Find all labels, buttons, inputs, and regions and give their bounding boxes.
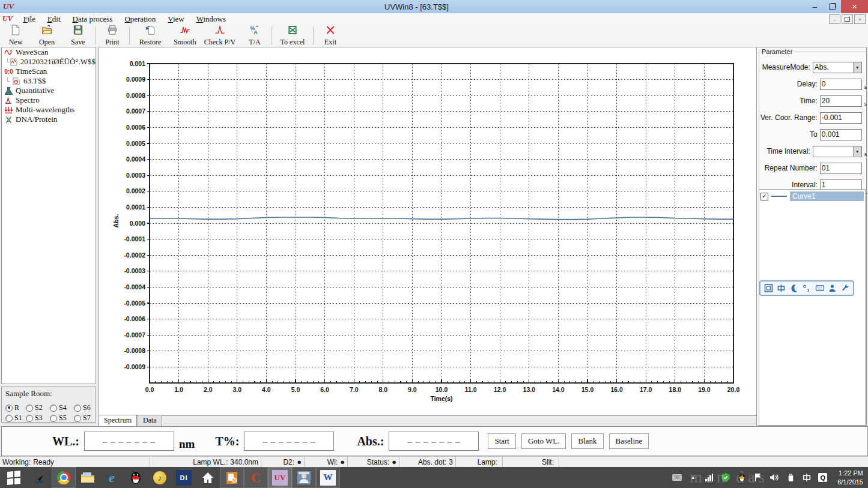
toolbar-exit-button[interactable]: Exit xyxy=(315,25,346,47)
tick-label: 0.0009 xyxy=(126,76,145,83)
tick-label: -0.0007 xyxy=(124,331,145,339)
toolbar-smooth-button[interactable]: Smooth xyxy=(169,25,201,47)
toolbar-label: To excel xyxy=(281,38,305,47)
toolbar-restore-button[interactable]: Restore xyxy=(131,25,169,47)
taskbar-uvwin-icon[interactable]: UV xyxy=(268,467,292,488)
tray-flag-icon[interactable] xyxy=(753,472,763,483)
tray-network-icon[interactable] xyxy=(704,472,714,483)
field-time-input[interactable]: 20 xyxy=(820,95,862,107)
menu-windows[interactable]: Windows xyxy=(190,14,232,25)
sample-room-radio-r[interactable]: R xyxy=(5,403,26,412)
mdi-restore-button[interactable] xyxy=(842,14,853,24)
tray-keyboard-icon[interactable] xyxy=(672,472,682,483)
tree-item-multi-wavelengths[interactable]: Multi-wavelengths xyxy=(2,105,96,115)
menu-view[interactable]: View xyxy=(162,14,190,25)
toolbar-t-a-button[interactable]: %AT/A xyxy=(239,25,270,47)
taskbar-launcher-icon[interactable] xyxy=(28,467,52,488)
field-delay-input[interactable]: 0 xyxy=(820,79,862,90)
taskbar-music-icon[interactable]: ♪ xyxy=(148,467,172,488)
taskbar-word-icon[interactable]: W xyxy=(316,467,340,488)
readout-bar: WL.: – – – – – – – nm T%: – – – – – – – … xyxy=(1,426,868,456)
zhong-icon[interactable] xyxy=(776,283,786,293)
goto-wl-button[interactable]: Goto WL. xyxy=(521,433,566,449)
sample-room-radio-s7[interactable]: S7 xyxy=(74,414,98,423)
moon-icon[interactable] xyxy=(789,283,799,293)
wrench-icon[interactable] xyxy=(840,283,850,293)
toolbar-open-button[interactable]: Open xyxy=(31,25,62,47)
chevron-down-icon[interactable]: ▼ xyxy=(853,62,861,73)
t-percent-value: – – – – – – – xyxy=(244,432,334,451)
toolbar-print-button[interactable]: Print xyxy=(97,25,128,47)
uvwin8-window: UV UVWin8 - [63.T$$] – × UV FileEditData… xyxy=(0,0,868,488)
curve-checkbox[interactable]: ✓ xyxy=(760,193,768,200)
field-measuremode-select[interactable]: Abs.▼ xyxy=(813,62,862,73)
toolbar-to-excel-button[interactable]: To excel xyxy=(273,25,312,47)
field-label: Repeat Number: xyxy=(765,164,818,172)
punct-icon[interactable] xyxy=(801,283,812,293)
tree-item-timescan[interactable]: 0:0TimeScan xyxy=(2,67,96,76)
user-icon[interactable] xyxy=(827,283,837,293)
sample-room-title: Sample Room: xyxy=(2,387,96,399)
tree-item-dna-protein[interactable]: DNA/Protein xyxy=(2,115,96,124)
sample-room-radio-s4[interactable]: S4 xyxy=(50,403,74,412)
sample-room-radio-s3[interactable]: S3 xyxy=(26,414,50,423)
menu-operation[interactable]: Operation xyxy=(118,14,162,25)
tree-item-wavescan[interactable]: WaveScan xyxy=(2,47,96,57)
print-icon xyxy=(106,25,118,38)
taskbar-chrome-icon[interactable] xyxy=(52,467,76,488)
tree-item-63-t[interactable]: └63.T$$ xyxy=(2,76,96,86)
field-time-interval-select[interactable]: ▼ xyxy=(813,146,862,157)
taskbar-dolby-icon[interactable]: DI xyxy=(172,467,196,488)
curve-row-curve1[interactable]: ✓Curve1 xyxy=(759,190,865,203)
field-repeat-number-input[interactable]: 01 xyxy=(820,163,862,174)
menu-file[interactable]: File xyxy=(17,14,41,25)
taskbar-browser-c-icon[interactable]: C xyxy=(244,467,268,488)
blank-button[interactable]: Blank xyxy=(571,433,603,449)
tray-shield-icon[interactable] xyxy=(720,472,730,483)
restore-button[interactable] xyxy=(824,0,841,13)
tray-zhong-icon[interactable] xyxy=(801,472,812,483)
taskbar-home-icon[interactable] xyxy=(196,467,220,488)
sample-room-radio-s6[interactable]: S6 xyxy=(74,403,98,412)
tree-item-spectro[interactable]: Spectro xyxy=(2,95,96,105)
toolbar-separator xyxy=(129,26,130,45)
tray-qq-tray-icon[interactable] xyxy=(736,472,747,483)
toolbar-save-button[interactable]: Save xyxy=(62,25,94,47)
field-ver-coor-range-input[interactable]: -0.001 xyxy=(820,112,862,124)
mdi-close-button[interactable]: × xyxy=(854,14,866,24)
tree-item-20120321-w[interactable]: └20120321ïØÈÜÒ°.W$$ xyxy=(2,57,96,67)
start-button[interactable]: Start xyxy=(488,433,516,449)
tray-power-icon[interactable] xyxy=(785,472,795,483)
mdi-minimize-button[interactable]: – xyxy=(829,14,840,24)
chevron-down-icon[interactable]: ▼ xyxy=(853,146,861,157)
sample-room-radio-s2[interactable]: S2 xyxy=(26,403,50,412)
tree-item-quantitative[interactable]: Quantitative xyxy=(2,86,96,95)
ime-logo-icon[interactable] xyxy=(763,283,774,293)
tray-q-badge-icon[interactable]: Q xyxy=(818,472,828,483)
taskbar-explorer-icon[interactable] xyxy=(76,467,100,488)
toolbar-new-button[interactable]: New xyxy=(0,25,31,47)
taskbar-start-icon[interactable] xyxy=(0,467,28,488)
sample-room-radio-s1[interactable]: S1 xyxy=(5,414,26,423)
menu-edit[interactable]: Edit xyxy=(41,14,67,25)
minimize-button[interactable]: – xyxy=(806,0,824,13)
toolbar-check-p-v-button[interactable]: Check P/V xyxy=(201,25,239,47)
close-button[interactable]: × xyxy=(841,0,868,13)
menu-data-process[interactable]: Data process xyxy=(67,14,119,25)
field-to-input[interactable]: 0.001 xyxy=(820,129,862,140)
taskbar-ie-icon[interactable]: e xyxy=(100,467,124,488)
taskbar-clock[interactable]: 1:22 PM6/1/2015 xyxy=(834,469,863,487)
tray-volume-icon[interactable] xyxy=(769,472,779,483)
keyboard-icon[interactable] xyxy=(815,283,825,293)
app-icon: UV xyxy=(0,14,17,23)
taskbar-photos-icon[interactable] xyxy=(292,467,316,488)
tray-hidden-icons-icon[interactable]: ▲ xyxy=(688,472,698,483)
tab-spectrum[interactable]: Spectrum xyxy=(99,415,137,426)
taskbar-office-icon[interactable] xyxy=(220,467,244,488)
tab-data[interactable]: Data xyxy=(138,415,162,426)
taskbar-qq-icon[interactable] xyxy=(124,467,148,488)
sample-room-radio-s5[interactable]: S5 xyxy=(50,414,74,423)
baseline-button[interactable]: Baseline xyxy=(609,433,649,449)
ime-toolbar[interactable] xyxy=(759,280,854,296)
chart-area[interactable]: 0.0010.00090.00080.00070.00060.00050.000… xyxy=(99,47,757,416)
